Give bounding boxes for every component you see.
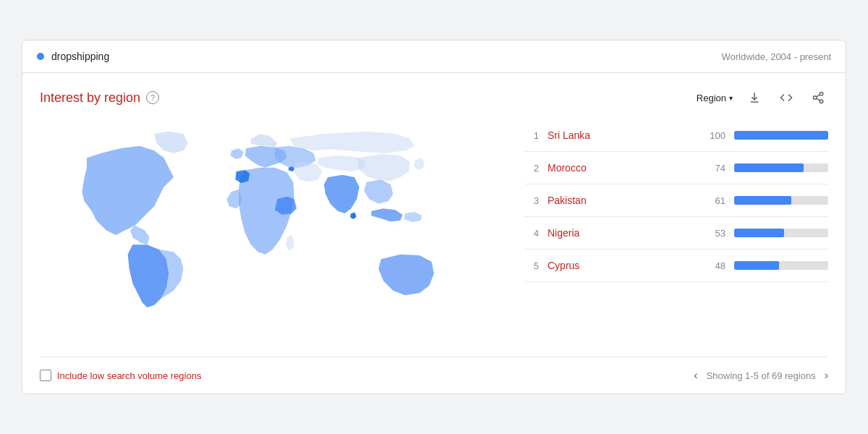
rank-bar-container (734, 261, 828, 270)
table-row: 3 Pakistan 61 (524, 184, 828, 217)
rank-bar-fill (734, 131, 828, 140)
rank-bar-fill (734, 196, 791, 205)
rank-bar-container (734, 196, 828, 205)
chevron-down-icon: ▾ (729, 94, 733, 102)
next-page-button[interactable]: › (825, 369, 828, 382)
rank-score: 53 (704, 228, 726, 239)
rank-bar-container (734, 163, 828, 172)
embed-button[interactable] (776, 88, 796, 108)
rank-bar-fill (734, 163, 804, 172)
rank-number: 2 (524, 163, 539, 174)
rankings-list: 1 Sri Lanka 100 2 Morocco 74 3 Pakistan … (524, 119, 828, 354)
rank-country[interactable]: Morocco (548, 162, 695, 174)
main-card: dropshipping Worldwide, 2004 - present I… (22, 40, 846, 394)
content-area: 1 Sri Lanka 100 2 Morocco 74 3 Pakistan … (40, 119, 828, 354)
svg-line-4 (816, 95, 820, 97)
svg-line-3 (816, 98, 820, 101)
section-header: Interest by region ? Region ▾ (40, 88, 828, 108)
checkbox-label-text: Include low search volume regions (57, 370, 201, 381)
table-row: 1 Sri Lanka 100 (524, 119, 828, 152)
prev-page-button[interactable]: ‹ (694, 369, 697, 382)
footer: Include low search volume regions ‹ Show… (40, 357, 828, 393)
rank-score: 48 (704, 260, 726, 271)
table-row: 5 Cyprus 48 (524, 250, 828, 282)
rank-number: 4 (524, 228, 539, 239)
top-bar-left: dropshipping (37, 51, 109, 62)
rank-score: 74 (704, 163, 726, 174)
rank-bar-fill (734, 261, 779, 270)
main-section: Interest by region ? Region ▾ (22, 73, 846, 393)
rank-country[interactable]: Pakistan (548, 195, 695, 206)
help-icon[interactable]: ? (146, 91, 159, 104)
share-button[interactable] (808, 88, 828, 108)
section-title: Interest by region (40, 90, 140, 106)
pagination-text: Showing 1-5 of 69 regions (707, 370, 816, 381)
rank-country[interactable]: Sri Lanka (548, 129, 695, 141)
rank-score: 100 (704, 130, 726, 141)
rank-number: 1 (524, 130, 539, 141)
svg-point-0 (820, 93, 823, 96)
pagination: ‹ Showing 1-5 of 69 regions › (694, 369, 828, 382)
search-term: dropshipping (51, 51, 109, 62)
svg-point-1 (813, 96, 817, 100)
rank-country[interactable]: Cyprus (548, 260, 695, 271)
rank-country[interactable]: Nigeria (548, 227, 695, 239)
section-title-group: Interest by region ? (40, 90, 159, 106)
rank-number: 5 (524, 260, 539, 271)
rank-bar-fill (734, 229, 784, 237)
date-range: Worldwide, 2004 - present (721, 51, 831, 62)
svg-point-2 (820, 100, 823, 103)
rank-bar-container (734, 131, 828, 140)
rank-score: 61 (704, 195, 726, 206)
low-volume-checkbox[interactable] (40, 370, 51, 381)
controls: Region ▾ (697, 88, 828, 108)
map-container (40, 119, 510, 354)
region-dropdown[interactable]: Region ▾ (697, 93, 733, 103)
download-button[interactable] (744, 88, 765, 108)
region-label: Region (697, 93, 726, 103)
term-dot (37, 53, 44, 60)
world-map (40, 119, 510, 336)
top-bar: dropshipping Worldwide, 2004 - present (22, 41, 846, 73)
rank-bar-container (734, 229, 828, 237)
rank-number: 3 (524, 195, 539, 206)
table-row: 4 Nigeria 53 (524, 217, 828, 250)
table-row: 2 Morocco 74 (524, 152, 828, 184)
low-volume-checkbox-label[interactable]: Include low search volume regions (40, 370, 201, 381)
